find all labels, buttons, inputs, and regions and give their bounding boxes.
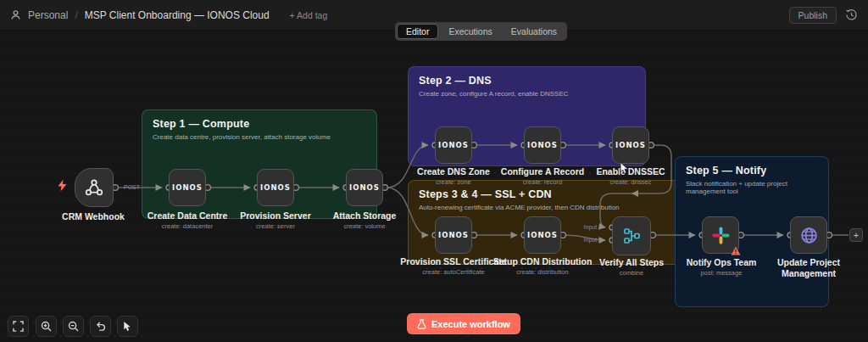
node-update-project-management[interactable]	[790, 216, 827, 254]
group-subtitle: Auto-renewing certificate via ACME provi…	[419, 204, 693, 211]
fit-view-button[interactable]	[8, 316, 29, 337]
merge-icon	[621, 226, 642, 246]
ionos-logo: IONOS	[615, 141, 646, 149]
globe-icon	[799, 226, 819, 245]
group-subtitle: Create data centre, provision server, at…	[153, 133, 366, 141]
node-configure-a-record[interactable]: IONOS	[524, 126, 561, 164]
ionos-logo: IONOS	[172, 183, 203, 192]
workflow-title[interactable]: MSP Client Onboarding — IONOS Cloud	[85, 9, 270, 21]
node-verify-all-steps[interactable]	[612, 216, 651, 255]
node-enable-dnssec[interactable]: IONOS	[612, 126, 649, 164]
breadcrumb: Personal / MSP Client Onboarding — IONOS…	[10, 9, 327, 21]
webhook-icon	[84, 177, 104, 198]
publish-button[interactable]: Publish	[789, 7, 837, 24]
history-icon[interactable]	[845, 8, 858, 21]
node-provision-server[interactable]: IONOS	[257, 169, 294, 206]
node-label: Attach Storage	[301, 210, 428, 221]
node-create-dns-zone[interactable]: IONOS	[435, 126, 472, 164]
node-attach-storage[interactable]: IONOS	[346, 169, 383, 206]
group-title: Step 1 — Compute	[153, 118, 366, 130]
node-label: Update Project Management	[766, 257, 851, 279]
mouse-cursor	[620, 162, 631, 178]
undo-button[interactable]	[90, 316, 111, 337]
node-create-data-centre[interactable]: IONOS	[169, 169, 206, 206]
node-setup-cdn-distribution[interactable]: IONOS	[524, 216, 561, 254]
add-tag-button[interactable]: + Add tag	[290, 10, 328, 20]
view-tabs: Editor Executions Evaluations	[395, 22, 567, 41]
zoom-in-button[interactable]	[36, 316, 57, 337]
trigger-bolt-icon	[57, 179, 68, 195]
user-icon	[10, 9, 21, 20]
node-notify-ops-team[interactable]	[702, 216, 739, 254]
tab-evaluations[interactable]: Evaluations	[503, 25, 565, 38]
add-node-button[interactable]: +	[849, 228, 863, 242]
ionos-logo: IONOS	[527, 141, 558, 149]
node-label: Enable DNSSEC	[567, 166, 694, 177]
tab-editor[interactable]: Editor	[397, 24, 438, 39]
slack-icon	[712, 227, 730, 244]
breadcrumb-separator: /	[75, 9, 77, 21]
group-subtitle: Create zone, configure A record, enable …	[419, 90, 635, 98]
flask-icon	[417, 319, 426, 329]
webhook-method-label: POST	[124, 184, 140, 190]
merge-input1-label: Input 1	[566, 224, 602, 230]
tab-executions[interactable]: Executions	[440, 25, 500, 38]
workspace-name[interactable]: Personal	[28, 9, 68, 21]
ionos-logo: IONOS	[438, 141, 469, 149]
ionos-logo: IONOS	[349, 183, 380, 192]
ionos-logo: IONOS	[438, 231, 469, 239]
group-title: Step 5 — Notify	[686, 165, 818, 177]
workflow-editor: Personal / MSP Client Onboarding — IONOS…	[0, 0, 868, 342]
node-sublabel: create: dnssec	[567, 178, 694, 186]
group-title: Step 2 — DNS	[419, 75, 635, 87]
ionos-logo: IONOS	[260, 183, 291, 192]
group-subtitle: Slack notification + update project mana…	[686, 180, 818, 195]
pointer-tool-button[interactable]	[117, 316, 138, 337]
node-sublabel: create: volume	[301, 222, 428, 230]
zoom-out-button[interactable]	[63, 316, 84, 337]
group-title: Steps 3 & 4 — SSL + CDN	[419, 188, 693, 200]
merge-input2-label: Input 2	[566, 237, 602, 243]
ionos-logo: IONOS	[527, 231, 558, 239]
warning-triangle-icon	[731, 246, 741, 255]
execute-workflow-button[interactable]: Execute workflow	[407, 313, 520, 334]
node-provision-ssl-certificate[interactable]: IONOS	[435, 216, 472, 254]
execute-workflow-label: Execute workflow	[431, 319, 510, 329]
node-crm-webhook[interactable]	[75, 168, 114, 207]
